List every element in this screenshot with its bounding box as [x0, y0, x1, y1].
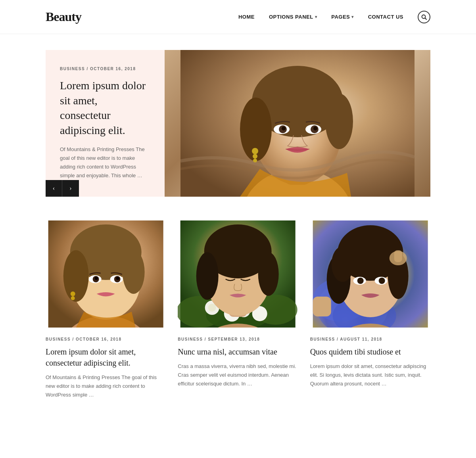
svg-point-15 — [252, 148, 258, 154]
carousel-navigation: ‹ › — [46, 180, 79, 197]
svg-point-58 — [331, 246, 353, 282]
search-icon — [421, 14, 427, 20]
card-1-category: BUSINESS / OCTOBER 16, 2018 — [46, 337, 166, 341]
card-2-body: BUSINESS / SEPTEMBER 13, 2018 Nunc urna … — [178, 328, 298, 388]
card-3-image — [310, 220, 430, 328]
svg-point-29 — [95, 277, 98, 280]
card-1-body: BUSINESS / OCTOBER 16, 2018 Lorem ipsum … — [46, 328, 166, 399]
svg-point-32 — [71, 296, 75, 300]
card-3: BUSINESS / AUGUST 11, 2018 Quos quidem t… — [310, 220, 430, 399]
svg-point-46 — [196, 252, 219, 300]
site-logo[interactable]: Beauty — [46, 10, 81, 24]
hero-image-placeholder — [165, 50, 430, 197]
svg-line-1 — [425, 18, 427, 19]
chevron-down-icon: ▾ — [351, 15, 354, 19]
main-nav: HOME OPTIONS PANEL ▾ PAGES ▾ CONTACT US — [238, 11, 430, 23]
svg-point-23 — [63, 250, 89, 302]
hero-section: BUSINESS / OCTOBER 16, 2018 Lorem ipsum … — [0, 50, 476, 197]
card-2-excerpt: Cras a massa viverra, viverra nibh sed, … — [178, 362, 298, 388]
svg-point-47 — [258, 252, 279, 296]
svg-point-63 — [378, 278, 385, 284]
hero-category: BUSINESS / OCTOBER 16, 2018 — [60, 67, 150, 71]
svg-point-30 — [116, 277, 119, 280]
card-1-image-placeholder — [46, 220, 166, 328]
card-3-image-placeholder — [310, 220, 430, 328]
card-1-image — [46, 220, 166, 328]
card-1-title[interactable]: Lorem ipsum dolor sit amet, consectetur … — [46, 346, 166, 368]
hero-image — [165, 50, 430, 197]
svg-point-8 — [325, 94, 353, 149]
card-2-image — [178, 220, 298, 328]
svg-rect-65 — [394, 250, 402, 262]
hero-title: Lorem ipsum dolor sit amet, consectetur … — [60, 78, 150, 138]
svg-point-13 — [282, 126, 286, 130]
site-header: Beauty HOME OPTIONS PANEL ▾ PAGES ▾ CONT… — [0, 0, 476, 34]
svg-rect-53 — [313, 297, 331, 316]
nav-contact[interactable]: CONTACT US — [368, 14, 403, 20]
card-3-title[interactable]: Quos quidem tibi studiose et — [310, 346, 430, 357]
svg-point-24 — [123, 250, 145, 294]
search-button[interactable] — [418, 11, 430, 23]
carousel-next-button[interactable]: › — [62, 180, 79, 197]
svg-point-38 — [208, 304, 216, 312]
svg-point-16 — [253, 154, 257, 159]
card-2-title[interactable]: Nunc urna nisl, accumsan vitae — [178, 346, 298, 357]
card-2: BUSINESS / SEPTEMBER 13, 2018 Nunc urna … — [178, 220, 298, 399]
svg-point-31 — [71, 291, 75, 296]
card-2-image-placeholder — [178, 220, 298, 328]
card-grid: BUSINESS / OCTOBER 16, 2018 Lorem ipsum … — [46, 220, 430, 399]
chevron-down-icon: ▾ — [315, 15, 317, 19]
card-3-excerpt: Lorem ipsum dolor sit amet, consectetur … — [310, 362, 430, 388]
card-3-category: BUSINESS / AUGUST 11, 2018 — [310, 337, 430, 341]
nav-pages[interactable]: PAGES ▾ — [331, 14, 354, 20]
hero-text-panel: BUSINESS / OCTOBER 16, 2018 Lorem ipsum … — [46, 50, 165, 197]
card-1-excerpt: Of Mountains & Printing Presses The goal… — [46, 373, 166, 399]
nav-home[interactable]: HOME — [238, 14, 255, 20]
nav-options-panel[interactable]: OPTIONS PANEL ▾ — [269, 14, 317, 20]
card-2-category: BUSINESS / SEPTEMBER 13, 2018 — [178, 337, 298, 341]
svg-point-62 — [357, 278, 363, 284]
card-1: BUSINESS / OCTOBER 16, 2018 Lorem ipsum … — [46, 220, 166, 399]
hero-excerpt: Of Mountains & Printing Presses The goal… — [60, 145, 150, 180]
carousel-prev-button[interactable]: ‹ — [46, 180, 62, 197]
svg-point-14 — [313, 126, 317, 130]
card-3-body: BUSINESS / AUGUST 11, 2018 Quos quidem t… — [310, 328, 430, 388]
